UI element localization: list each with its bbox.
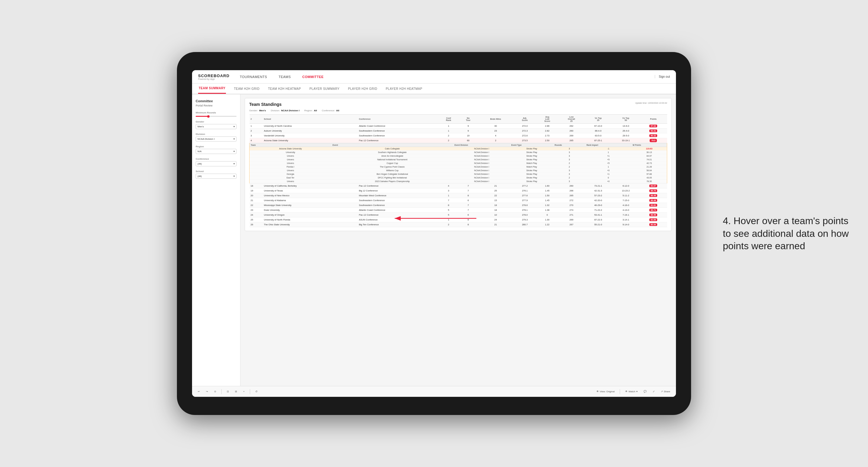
points-badge-23[interactable]: 88.71 — [649, 209, 657, 211]
min-rounds-slider[interactable] — [196, 116, 237, 117]
paste-button[interactable]: ⊟ — [234, 390, 239, 394]
bnds-20: 22 — [477, 193, 514, 198]
table-row[interactable]: 25 University of North Florida ASUN Conf… — [249, 217, 667, 222]
gender-chevron-icon: ▾ — [234, 125, 235, 128]
points-badge-22[interactable]: 83.81 — [649, 204, 657, 207]
nav-committee[interactable]: COMMITTEE — [301, 75, 325, 79]
tab-team-h2h-heatmap[interactable]: TEAM H2H HEATMAP — [267, 84, 302, 94]
share-button[interactable]: ↗ Share — [659, 390, 672, 394]
copy-button[interactable]: ⊡ — [225, 390, 230, 394]
vs25-19: 42-31-3 — [584, 188, 612, 193]
points-badge-3[interactable]: 90.32 — [649, 134, 657, 137]
pts-20: 88.49 — [640, 193, 667, 198]
table-row[interactable]: 24 University of Oregon Pac-12 Conferenc… — [249, 213, 667, 217]
n-event-6: The Cypress Point Classic — [332, 165, 453, 169]
fullscreen-button[interactable]: ⤢ — [651, 390, 656, 394]
bnds-3: 4 — [477, 133, 514, 138]
avg-1: 2.86 — [536, 124, 558, 129]
table-row[interactable]: 23 Duke University Atlantic Coast Confer… — [249, 208, 667, 213]
table-row[interactable]: 21 University of Alabama Southeastern Co… — [249, 198, 667, 203]
points-badge-2[interactable]: 93.31 — [649, 129, 657, 132]
conf-rank-4: 2 — [438, 138, 459, 143]
update-time: Update time: 13/03/2024 10:03:42 — [635, 102, 667, 104]
table-row[interactable]: 26 The Ohio State University Big Ten Con… — [249, 222, 667, 227]
table-row[interactable]: 19 University of Texas Big 12 Conference… — [249, 188, 667, 193]
sign-out-button[interactable]: Sign out — [655, 75, 670, 78]
view-original-button[interactable]: 👁 View: Original — [595, 390, 616, 394]
n-event-7: Williams Cup — [332, 169, 453, 173]
points-badge-1[interactable]: 97.02 — [649, 125, 657, 127]
undo-button[interactable]: ↩ — [196, 390, 202, 394]
points-badge-4[interactable]: 79.5 — [650, 139, 657, 142]
content-area: Team Standings Update time: 13/03/2024 1… — [241, 94, 676, 386]
adj-4: 273.5 — [514, 138, 536, 143]
points-badge-25[interactable]: 83.89 — [649, 218, 657, 221]
view-label: View: Original — [600, 390, 615, 393]
rank-18: 18 — [249, 184, 263, 188]
watch-chevron-icon: ▾ — [636, 390, 638, 393]
points-badge-26[interactable]: 80.94 — [649, 223, 657, 226]
bnds-1: 30 — [477, 124, 514, 129]
n-pts-8: 97.88 — [631, 173, 667, 176]
tab-player-summary[interactable]: PLAYER SUMMARY — [309, 84, 340, 94]
pts-18: 83.07 — [640, 184, 667, 188]
table-row[interactable]: 3 Vanderbilt University Southeastern Con… — [249, 133, 667, 138]
n-team-9: East Ter — [249, 176, 332, 180]
conference-select[interactable]: (All) ▾ — [196, 161, 237, 166]
redo-button[interactable]: ↪ — [205, 390, 210, 394]
app-logo: SCOREBOARD — [198, 73, 229, 78]
comment-button[interactable]: 💬 — [642, 390, 648, 394]
region-select[interactable]: N/A ▾ — [196, 149, 237, 154]
points-badge-24[interactable]: 88.56 — [649, 214, 657, 216]
school-22: Mississippi State University — [263, 203, 358, 208]
nested-col-event: Event — [332, 143, 453, 147]
n-evtype-3: Stroke Play — [510, 154, 553, 158]
sidebar-min-rounds: Minimum Rounds — [196, 111, 237, 117]
division-select[interactable]: NCAA Division I ▾ — [196, 136, 237, 142]
bnds-2: 23 — [477, 129, 514, 133]
watch-button[interactable]: 👁 Watch ▾ — [624, 390, 639, 394]
conf-20: Mountain West Conference — [358, 193, 438, 198]
points-badge-19[interactable]: 88.70 — [649, 189, 657, 192]
table-row[interactable]: 18 University of California, Berkeley Pa… — [249, 184, 667, 188]
n-rank-6: 1 — [585, 165, 631, 169]
n-pts-2: 30-13 — [631, 151, 667, 154]
share-label: Share — [664, 390, 670, 393]
vs50-18: 6-12-0 — [612, 184, 640, 188]
tab-team-summary[interactable]: TEAM SUMMARY — [198, 84, 226, 94]
nav-teams[interactable]: TEAMS — [277, 75, 292, 79]
points-badge-21[interactable]: 88.48 — [649, 199, 657, 202]
slider-fill — [196, 116, 208, 117]
low-20: 265 — [558, 193, 584, 198]
gender-select[interactable]: Men's ▾ — [196, 124, 237, 129]
n-team-6: Florida I — [249, 165, 332, 169]
points-badge-20[interactable]: 88.49 — [649, 194, 657, 197]
time-button[interactable]: ⏱ — [254, 390, 259, 394]
table-row[interactable]: 22 Mississippi State University Southeas… — [249, 203, 667, 208]
table-row[interactable]: 1 University of North Carolina Atlantic … — [249, 124, 667, 129]
sidebar-division-label: Division — [196, 133, 237, 135]
gender-value: Men's — [197, 125, 204, 128]
table-row-highlighted[interactable]: 4 Arizona State University Pac-12 Confer… — [249, 138, 667, 143]
filter-conference-label: Conference: — [322, 109, 335, 112]
col-vs-top25: Vs Top25 — [584, 115, 612, 124]
school-select[interactable]: (All) ▾ — [196, 174, 237, 179]
low-3: 269 — [558, 133, 584, 138]
tab-team-h2h-grid[interactable]: TEAM H2H GRID — [233, 84, 260, 94]
n-event-5: Copper Cup — [332, 161, 453, 165]
avg-3: 2.73 — [536, 133, 558, 138]
n-evdiv-2: NCAA Division I — [453, 151, 510, 154]
n-event-2: Southern Highlands Collegiate — [332, 151, 453, 154]
n-evdiv-3: NCAA Division I — [453, 154, 510, 158]
table-row[interactable]: 2 Auburn University Southeastern Confere… — [249, 129, 667, 133]
reset-button[interactable]: ⊙ — [213, 390, 218, 394]
plus-button[interactable]: + — [242, 390, 246, 394]
tablet-frame: SCOREBOARD Powered by clippi TOURNAMENTS… — [177, 52, 691, 415]
n-event-4: National Invitational Tournament — [332, 158, 453, 161]
table-row[interactable]: 20 University of New Mexico Mountain Wes… — [249, 193, 667, 198]
n-event-8: Ben Hogan Collegiate Invitational — [332, 173, 453, 176]
tab-player-h2h-grid[interactable]: PLAYER H2H GRID — [347, 84, 378, 94]
tab-player-h2h-heatmap[interactable]: PLAYER H2H HEATMAP — [385, 84, 423, 94]
nav-tournaments[interactable]: TOURNAMENTS — [239, 75, 268, 79]
points-badge-18[interactable]: 83.07 — [649, 185, 657, 187]
